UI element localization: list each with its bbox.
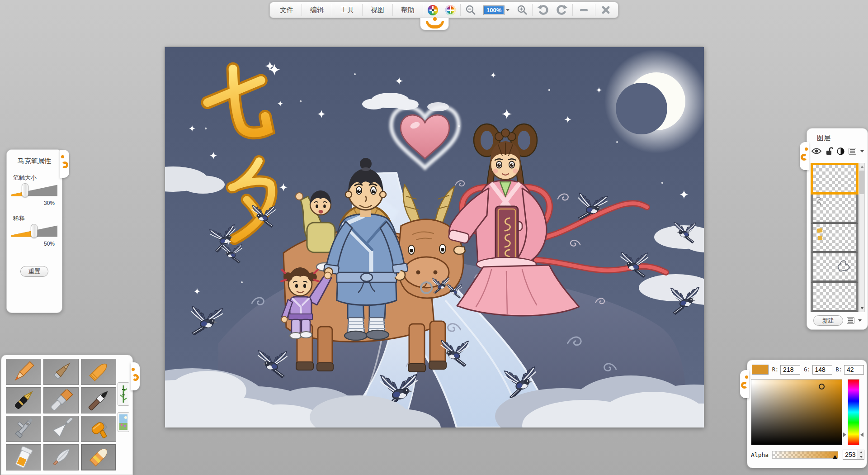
r-label: R: xyxy=(772,366,778,373)
sv-cursor[interactable] xyxy=(819,384,825,390)
layer-row-5[interactable] xyxy=(811,283,859,312)
alpha-slider[interactable] xyxy=(772,451,838,459)
brush-tool-palette-knife[interactable] xyxy=(43,416,79,442)
b-label: B: xyxy=(836,366,842,373)
scroll-up-icon[interactable] xyxy=(860,166,864,168)
divider xyxy=(302,4,302,16)
bamboo-thumbnail-button[interactable] xyxy=(118,382,129,406)
panel-handle[interactable] xyxy=(800,142,809,170)
drawing-canvas[interactable] xyxy=(165,47,703,427)
r-input[interactable] xyxy=(780,365,800,375)
alpha-input[interactable] xyxy=(843,450,858,459)
layer-list xyxy=(811,163,859,312)
brush-palette-panel xyxy=(1,355,133,475)
brush-tool-airbrush[interactable] xyxy=(6,416,41,442)
divider xyxy=(532,4,533,16)
moon xyxy=(604,49,704,153)
palette-face-right-icon[interactable] xyxy=(442,2,459,18)
brush-tool-crayon[interactable] xyxy=(81,359,116,385)
palette-face-left-icon[interactable] xyxy=(424,2,442,18)
handle-crescent-icon xyxy=(61,162,68,168)
minimize-button[interactable] xyxy=(574,2,594,18)
menu-tools[interactable]: 工具 xyxy=(333,2,361,18)
brush-side-strip xyxy=(117,382,130,432)
paint-roller-icon xyxy=(84,418,113,440)
hue-bar[interactable] xyxy=(848,379,859,445)
menu-help[interactable]: 帮助 xyxy=(394,2,422,18)
layer-menu-caret[interactable] xyxy=(860,150,864,152)
g-input[interactable] xyxy=(812,365,832,375)
visibility-eye-icon[interactable] xyxy=(811,147,821,155)
hue-marker-right-icon[interactable] xyxy=(860,432,863,437)
brush-tool-fountain-pen[interactable] xyxy=(6,387,41,413)
scrollbar-thumb[interactable] xyxy=(859,171,864,194)
layers-panel: 图层 xyxy=(807,128,868,330)
dilution-slider[interactable] xyxy=(11,224,57,238)
zoom-out-button[interactable] xyxy=(462,2,480,18)
layer-thumb-sketch xyxy=(814,195,828,207)
alpha-spin-down[interactable] xyxy=(858,455,864,459)
layer-row-3[interactable] xyxy=(811,224,859,253)
menu-view[interactable]: 视图 xyxy=(363,2,392,18)
current-color-swatch xyxy=(752,365,769,375)
brush-tool-paint-jar[interactable] xyxy=(6,444,41,470)
zoom-level-field[interactable]: 100% xyxy=(480,2,513,18)
picture-thumbnail-button[interactable] xyxy=(118,412,129,432)
unlock-padlock-icon[interactable] xyxy=(826,147,833,155)
handle-dot-icon xyxy=(805,147,808,151)
g-label: G: xyxy=(804,366,810,373)
alpha-marker-icon[interactable] xyxy=(833,455,837,459)
handle-dot-icon xyxy=(132,368,135,371)
handle-crescent-icon xyxy=(132,374,139,381)
brush-tool-eraser-marker[interactable] xyxy=(81,444,116,470)
layer-row-2[interactable] xyxy=(811,195,859,224)
brush-tool-paint-roller[interactable] xyxy=(81,416,116,442)
mascot-smile-tab xyxy=(420,18,449,30)
menu-file[interactable]: 文件 xyxy=(273,2,301,18)
hue-marker-left-icon[interactable] xyxy=(843,432,846,437)
layer-thumb-gold-text xyxy=(815,228,829,243)
brush-tool-ink-brush[interactable] xyxy=(81,387,116,413)
zoom-out-icon xyxy=(465,5,476,15)
scroll-down-icon[interactable] xyxy=(860,307,864,309)
panel-handle[interactable] xyxy=(740,370,749,398)
undo-button[interactable] xyxy=(533,2,552,18)
brush-size-value: 30% xyxy=(7,200,55,206)
layer-menu-icon[interactable] xyxy=(849,148,856,155)
panel-handle[interactable] xyxy=(131,362,140,390)
brush-tool-flat-brush[interactable] xyxy=(43,387,79,413)
bamboo-icon xyxy=(119,384,128,404)
dilution-value: 50% xyxy=(7,241,55,247)
layers-footer-menu-icon[interactable] xyxy=(847,317,854,324)
brush-tool-colored-pencil[interactable] xyxy=(6,359,41,385)
leaf-knife-icon xyxy=(47,446,75,468)
close-button[interactable] xyxy=(596,2,615,18)
layer-row-1[interactable] xyxy=(811,163,859,195)
divider xyxy=(362,4,363,16)
new-layer-button[interactable]: 新建 xyxy=(813,315,843,326)
brush-size-slider[interactable] xyxy=(11,184,57,197)
saturation-value-box[interactable] xyxy=(751,379,842,445)
brush-tool-leaf-knife[interactable] xyxy=(43,444,79,470)
divider xyxy=(392,4,393,16)
brush-tool-wood-pastel[interactable] xyxy=(43,359,79,385)
blend-contrast-icon[interactable] xyxy=(837,147,844,155)
layers-footer-caret[interactable] xyxy=(858,319,862,322)
dilution-slider-thumb[interactable] xyxy=(31,224,38,238)
alpha-spin-up[interactable] xyxy=(858,450,864,455)
layer-list-scrollbar[interactable] xyxy=(859,163,865,312)
wood-pastel-icon xyxy=(47,361,75,383)
brush-size-slider-thumb[interactable] xyxy=(22,183,28,197)
mascot-nose-icon xyxy=(433,17,437,21)
panel-handle[interactable] xyxy=(60,150,69,178)
menu-edit[interactable]: 编辑 xyxy=(303,2,331,18)
zoom-dropdown-caret[interactable] xyxy=(506,9,509,11)
handle-crescent-icon xyxy=(801,154,807,161)
handle-crescent-icon xyxy=(741,382,748,389)
zoom-in-button[interactable] xyxy=(513,2,531,18)
b-input[interactable] xyxy=(844,365,864,375)
redo-button[interactable] xyxy=(552,2,571,18)
layer-row-4[interactable] xyxy=(811,253,859,283)
reset-button[interactable]: 重置 xyxy=(20,266,48,277)
handle-dot-icon xyxy=(745,375,748,379)
